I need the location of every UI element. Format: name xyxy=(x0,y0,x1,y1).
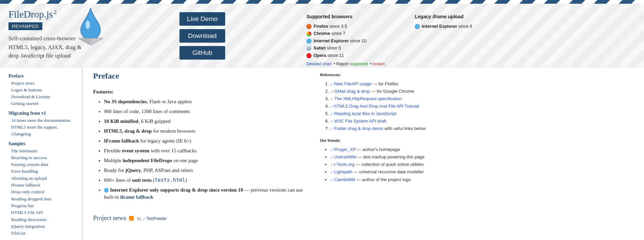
sidebar-link[interactable]: Getting started xyxy=(11,101,38,106)
sidebar-link[interactable]: jQuery integration xyxy=(11,224,45,229)
sidebar-link[interactable]: Project news xyxy=(11,81,35,86)
sidebar-link[interactable]: Reacting to success xyxy=(11,155,47,160)
sidebar-link[interactable]: Logos & buttons xyxy=(11,87,42,92)
brand: FileDrop.js2 REVAMPED Self-contained cro… xyxy=(8,9,93,60)
supported-browsers: Supported browsers Firefox since 3.5Chro… xyxy=(306,14,385,66)
sidebar-link[interactable]: Drop-only control xyxy=(11,189,44,194)
feature-item: Ready for jQuery, PHP, ASP.net and other… xyxy=(104,167,310,174)
sidebar-link[interactable]: Progress bar xyxy=(11,203,34,208)
revamped-badge: REVAMPED xyxy=(8,22,42,30)
main-content: Preface Features: No JS dependencies, Fl… xyxy=(93,71,310,240)
sidebar-item: Download & License xyxy=(11,93,80,100)
reference-link[interactable]: Reading local files in JavaScript xyxy=(330,111,396,116)
report-broken-link[interactable]: broken xyxy=(372,62,385,66)
sidebar-item: Project news xyxy=(11,80,80,87)
sidebar-link[interactable]: Download & License xyxy=(11,94,50,99)
browser-item: Safari since 5 xyxy=(306,44,385,51)
header: FileDrop.js2 REVAMPED Self-contained cro… xyxy=(0,4,644,67)
supported-title: Supported browsers xyxy=(306,14,385,19)
feature-item: HTML5, drag & drop for modern browsers xyxy=(104,128,310,135)
references-panel: References: New FileAPI usage — for Fire… xyxy=(320,71,438,240)
sidebar-item: Changelog xyxy=(11,131,80,137)
browser-icon xyxy=(415,24,420,29)
svg-point-0 xyxy=(86,21,90,29)
sidebar-link[interactable]: The minimum xyxy=(11,148,37,153)
reference-link[interactable]: hTML5 Drag And Drop And File API Tutoria… xyxy=(330,104,419,109)
detailed-chart-link[interactable]: Detailed chart xyxy=(306,62,331,66)
friend-link[interactable]: Proger_XP xyxy=(330,147,356,152)
sidebar-link[interactable]: Reading dropped data xyxy=(11,196,51,201)
browser-icon xyxy=(306,31,312,37)
friends-title: Our friends: xyxy=(320,138,438,143)
reference-link[interactable]: The XMLHttpRequest specification xyxy=(330,96,402,101)
browser-icon xyxy=(306,24,312,29)
friend-item: Proger_XP — author's homepage xyxy=(330,146,438,153)
friend-link[interactable]: Lightpath xyxy=(330,169,352,174)
sidebar-item: Progress bar xyxy=(11,202,80,209)
browser-icon xyxy=(306,53,312,58)
reference-link[interactable]: W3C File System API draft xyxy=(330,118,386,124)
sidebar-link[interactable]: Aborting an upload xyxy=(11,176,47,181)
reference-link[interactable]: GMail drag & drop xyxy=(330,89,370,94)
sidebar-link[interactable]: HTML5 File API xyxy=(11,210,43,215)
reference-item: GMail drag & drop — for Google Chrome xyxy=(330,88,438,95)
friend-link[interactable]: UverseWiki xyxy=(330,154,357,159)
sidebar-link[interactable]: FileList xyxy=(11,231,25,236)
sidebar: PrefaceProject newsLogos & buttonsDownlo… xyxy=(0,67,83,240)
github-button[interactable]: GitHub xyxy=(179,46,225,60)
sidebar-item: Drop-only control xyxy=(11,189,80,195)
sidebar-item: jQuery integration xyxy=(11,223,80,230)
sidebar-link[interactable]: Changelog xyxy=(11,131,31,136)
sidebar-link[interactable]: Error handling xyxy=(11,169,38,174)
reference-item: Reading local files in JavaScript xyxy=(330,110,438,117)
section-title-preface: Preface xyxy=(93,71,310,81)
feature-item: No JS dependencies, Flash or Java applet… xyxy=(104,98,310,105)
sidebar-item: Passing custom data xyxy=(11,161,80,168)
feature-item: 600+ lines of unit tests (tests.html) xyxy=(104,177,310,184)
live-demo-button[interactable]: Live Demo xyxy=(179,12,225,26)
browser-icon xyxy=(306,46,312,51)
sidebar-link[interactable]: Passing custom data xyxy=(11,162,48,167)
browser-item: Internet Explorer since 10 xyxy=(306,37,385,44)
sidebar-item: Aborting an upload xyxy=(11,175,80,182)
reference-item: The XMLHttpRequest specification xyxy=(330,95,438,103)
friend-link[interactable]: CamiloMM xyxy=(330,177,355,182)
legacy-title: Legacy iframe upload xyxy=(415,14,472,19)
report-supported-link[interactable]: supported xyxy=(350,62,368,66)
sidebar-item: Reading dropped data xyxy=(11,196,80,202)
browser-item: Chrome since 7 xyxy=(306,30,385,37)
version-superscript: 2 xyxy=(54,9,57,15)
friend-item: Lightpath — universal recursive data mod… xyxy=(330,168,438,176)
reference-link[interactable]: New FileAPI usage xyxy=(330,81,372,86)
feature-item: Multiple independent FileDrops on one pa… xyxy=(104,157,310,164)
browser-item: Internet Explorer since 6 xyxy=(415,23,472,30)
cta-group: Live Demo Download GitHub xyxy=(179,12,225,60)
section-title-news: Project news by TextFeeder xyxy=(93,214,310,222)
rss-icon[interactable] xyxy=(129,216,134,221)
sidebar-section-link[interactable]: Migrating from v1 xyxy=(8,111,46,116)
sidebar-section-link[interactable]: Preface xyxy=(8,73,24,79)
features-label: Features: xyxy=(93,89,310,95)
features-list: No JS dependencies, Flash or Java applet… xyxy=(104,98,310,201)
textfeeder-link[interactable]: TextFeeder xyxy=(142,216,167,221)
reference-item: hTML5 Drag And Drop And File API Tutoria… xyxy=(330,103,438,110)
friend-item: UverseWiki — text markup powering this p… xyxy=(330,153,438,161)
sidebar-section-link[interactable]: Samples xyxy=(8,141,25,146)
sidebar-item: HTML5 File API xyxy=(11,209,80,216)
browser-subline: Detailed chart • Report supported • brok… xyxy=(306,62,385,66)
friend-item: CamiloMM — author of the project logo xyxy=(330,176,438,183)
friend-item: i-Tools.org — collection of quick online… xyxy=(330,161,438,168)
logo-icon xyxy=(73,7,108,47)
feature-item: Flexible event system with over 15 callb… xyxy=(104,147,310,154)
top-stripe xyxy=(0,0,644,4)
sidebar-item: Logos & buttons xyxy=(11,87,80,93)
sidebar-item: Reading directories xyxy=(11,216,80,223)
reference-link[interactable]: Folder drag & drop demo xyxy=(330,126,383,131)
friend-link[interactable]: i-Tools.org xyxy=(330,162,355,167)
sidebar-item: The minimum xyxy=(11,148,80,154)
sidebar-link[interactable]: IFrame fallback xyxy=(11,182,40,188)
download-button[interactable]: Download xyxy=(179,29,225,43)
sidebar-link[interactable]: Reading directories xyxy=(11,217,47,222)
sidebar-item: Getting started xyxy=(11,100,80,107)
references-title: References: xyxy=(320,73,438,77)
